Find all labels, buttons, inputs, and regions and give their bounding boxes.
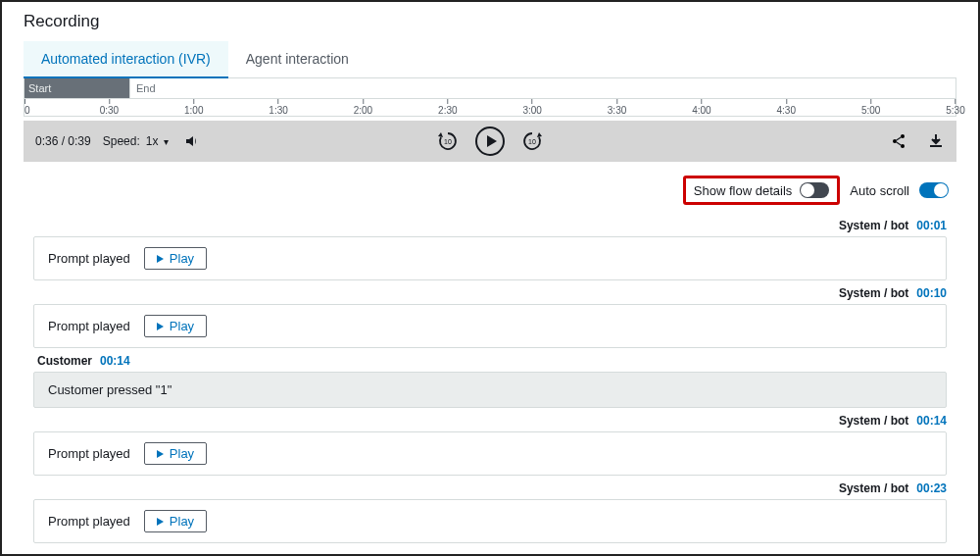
svg-text:10: 10 xyxy=(528,138,536,145)
speed-value: 1x xyxy=(146,134,159,148)
play-icon xyxy=(157,255,164,263)
play-label: Play xyxy=(170,251,194,266)
chevron-down-icon: ▾ xyxy=(164,136,169,147)
play-button[interactable] xyxy=(475,126,505,156)
tab-ivr[interactable]: Automated interaction (IVR) xyxy=(24,41,228,78)
timeline-tick: 0 xyxy=(24,99,30,116)
prompt-played-label: Prompt played xyxy=(48,514,130,529)
timeline-tick: 4:30 xyxy=(777,99,796,116)
svg-point-3 xyxy=(901,134,905,138)
timeline-tick: 0:30 xyxy=(100,99,119,116)
play-prompt-button[interactable]: Play xyxy=(144,442,207,465)
timeline-tick: 1:00 xyxy=(184,99,203,116)
timeline-tick: 1:30 xyxy=(269,99,287,116)
svg-point-4 xyxy=(901,144,905,148)
speaker-system: System / bot xyxy=(839,286,908,300)
play-label: Play xyxy=(170,319,194,333)
event-timestamp: 00:23 xyxy=(916,481,947,495)
play-icon xyxy=(157,518,164,526)
svg-point-2 xyxy=(893,139,897,143)
event-meta: Customer00:14 xyxy=(33,354,947,368)
timeline-start-segment[interactable]: Start xyxy=(24,78,130,98)
speaker-customer: Customer xyxy=(37,354,92,368)
prompt-played-label: Prompt played xyxy=(48,251,130,266)
event-meta: System / bot00:01 xyxy=(33,219,947,232)
event-meta: System / bot00:14 xyxy=(33,414,947,428)
timeline-ticks: 00:301:001:302:002:303:003:304:004:305:0… xyxy=(24,98,956,116)
svg-rect-5 xyxy=(930,145,942,147)
prompt-row: Prompt playedPlay xyxy=(33,431,947,476)
play-label: Play xyxy=(170,514,194,529)
timeline: Start End 00:301:001:302:002:303:003:304… xyxy=(24,78,956,117)
playback-time: 0:36 / 0:39 xyxy=(35,134,91,148)
share-icon[interactable] xyxy=(890,132,907,150)
skip-forward-button[interactable]: 10 xyxy=(520,129,544,153)
timeline-end-segment[interactable]: End xyxy=(130,78,956,98)
timeline-tick: 5:30 xyxy=(946,99,964,116)
playback-speed[interactable]: Speed: 1x ▾ xyxy=(103,134,170,148)
volume-icon[interactable] xyxy=(184,133,200,149)
show-flow-details-toggle[interactable] xyxy=(800,182,829,198)
customer-input-text: Customer pressed "1" xyxy=(48,382,172,397)
prompt-row: Prompt playedPlay xyxy=(33,499,947,543)
auto-scroll-toggle[interactable] xyxy=(919,182,949,198)
play-prompt-button[interactable]: Play xyxy=(144,510,207,532)
event-timestamp: 00:01 xyxy=(916,219,947,232)
play-icon xyxy=(487,135,497,147)
prompt-row: Prompt playedPlay xyxy=(33,304,947,348)
speaker-system: System / bot xyxy=(839,414,908,428)
speaker-system: System / bot xyxy=(839,219,908,232)
prompt-played-label: Prompt played xyxy=(48,446,130,461)
timeline-tick: 3:00 xyxy=(522,99,541,116)
show-flow-details-label: Show flow details xyxy=(694,183,792,198)
timeline-tick: 4:00 xyxy=(692,99,710,116)
download-icon[interactable] xyxy=(927,132,945,150)
show-flow-details-highlight: Show flow details xyxy=(683,176,840,205)
event-timestamp: 00:14 xyxy=(100,354,130,368)
speaker-system: System / bot xyxy=(839,481,908,495)
event-meta: System / bot00:10 xyxy=(33,286,947,300)
timeline-tick: 5:00 xyxy=(861,99,880,116)
page-title: Recording xyxy=(24,12,956,31)
play-icon xyxy=(157,323,164,330)
tabs: Automated interaction (IVR) Agent intera… xyxy=(24,41,956,78)
event-meta: System / bot00:23 xyxy=(33,481,947,495)
timeline-tick: 2:30 xyxy=(438,99,457,116)
timeline-tick: 2:00 xyxy=(354,99,372,116)
event-timestamp: 00:14 xyxy=(916,414,947,428)
svg-text:10: 10 xyxy=(444,138,452,145)
timeline-tick: 3:30 xyxy=(608,99,626,116)
prompt-row: Prompt playedPlay xyxy=(33,236,947,280)
customer-input-row: Customer pressed "1" xyxy=(33,372,947,408)
prompt-played-label: Prompt played xyxy=(48,319,130,333)
auto-scroll-label: Auto scroll xyxy=(850,183,909,198)
toggle-row: Show flow details Auto scroll xyxy=(24,162,956,213)
play-icon xyxy=(157,450,164,458)
skip-back-button[interactable]: 10 xyxy=(436,129,460,153)
audio-player-bar: 0:36 / 0:39 Speed: 1x ▾ 10 xyxy=(24,121,956,162)
play-prompt-button[interactable]: Play xyxy=(144,247,207,270)
tab-agent[interactable]: Agent interaction xyxy=(228,41,367,78)
speed-label: Speed: xyxy=(103,134,140,148)
play-label: Play xyxy=(170,446,194,461)
play-prompt-button[interactable]: Play xyxy=(144,315,207,337)
transcript: System / bot00:01Prompt playedPlaySystem… xyxy=(24,219,956,556)
event-timestamp: 00:10 xyxy=(916,286,947,300)
